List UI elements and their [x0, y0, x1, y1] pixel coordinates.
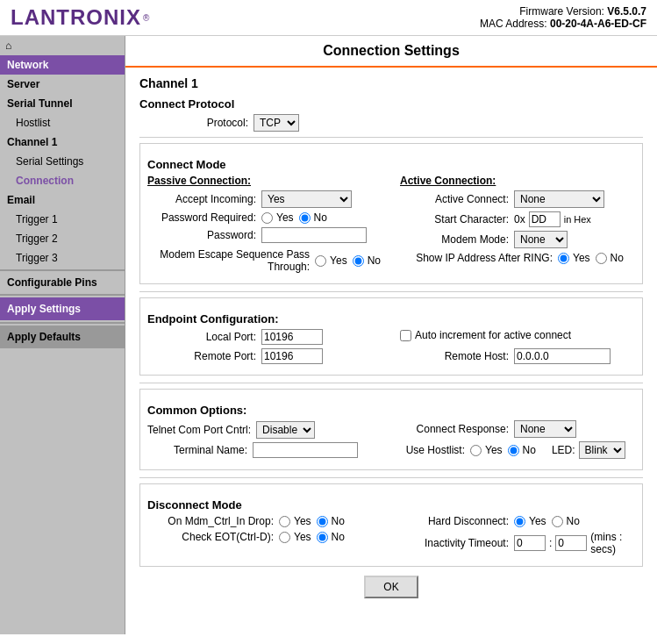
hard-disconnect-no-label: No: [567, 515, 580, 527]
inactivity-secs-input[interactable]: [555, 535, 587, 551]
use-hostlist-no-label: No: [523, 444, 536, 456]
connect-response-select[interactable]: None Full Numeric: [514, 420, 576, 438]
inactivity-unit: (mins : secs): [590, 531, 635, 555]
modem-escape-no-label: No: [368, 254, 381, 267]
sidebar-item-apply-settings[interactable]: Apply Settings: [0, 297, 125, 320]
sidebar-item-connection[interactable]: Connection: [0, 171, 125, 190]
mdm-ctrl-no-label: No: [332, 515, 345, 527]
remote-port-label: Remote Port:: [147, 350, 261, 362]
mac-value: 00-20-4A-A6-ED-CF: [550, 18, 646, 30]
sidebar-item-channel1[interactable]: Channel 1: [0, 132, 125, 152]
use-hostlist-radio: Yes No: [470, 444, 538, 456]
check-eot-label: Check EOT(Ctrl-D):: [147, 531, 279, 543]
led-label: LED:: [552, 444, 575, 456]
sidebar-home[interactable]: ⌂: [0, 36, 125, 55]
hard-disconnect-radio: Yes No: [514, 515, 582, 527]
inactivity-mins-input[interactable]: [514, 535, 546, 551]
firmware-value: V6.5.0.7: [607, 5, 646, 18]
use-hostlist-no-radio[interactable]: [508, 445, 519, 456]
disconnect-title: Disconnect Mode: [147, 498, 635, 512]
sidebar: ⌂ Network Server Serial Tunnel Hostlist …: [0, 36, 125, 634]
remote-host-input[interactable]: [514, 348, 611, 364]
active-connect-label: Active Connect:: [400, 193, 514, 205]
sidebar-item-server[interactable]: Server: [0, 75, 125, 94]
logo: LANTRONIX®: [11, 5, 149, 30]
show-ip-radio: Yes No: [558, 252, 625, 264]
check-eot-radio: Yes No: [279, 531, 346, 543]
start-char-hex-label: in Hex: [564, 214, 591, 225]
inactivity-label: Inactivity Timeout:: [400, 537, 514, 549]
channel-title: Channel 1: [139, 76, 643, 90]
sidebar-item-trigger3[interactable]: Trigger 3: [0, 248, 125, 268]
remote-host-label: Remote Host:: [400, 350, 514, 362]
start-char-input[interactable]: [529, 211, 561, 227]
modem-escape-no-radio[interactable]: [353, 255, 364, 267]
hard-disconnect-yes-radio[interactable]: [514, 516, 525, 527]
active-connect-select[interactable]: None On Power Up Any Character: [514, 190, 604, 208]
sidebar-item-configurable-pins[interactable]: Configurable Pins: [0, 273, 125, 292]
show-ip-no-radio[interactable]: [596, 253, 607, 264]
sidebar-item-network[interactable]: Network: [0, 55, 125, 75]
terminal-name-label: Terminal Name:: [147, 444, 253, 456]
password-no-label: No: [314, 211, 327, 224]
terminal-name-input[interactable]: [253, 442, 358, 458]
sidebar-item-apply-defaults[interactable]: Apply Defaults: [0, 326, 125, 348]
telnet-label: Telnet Com Port Cntrl:: [147, 424, 256, 436]
accept-incoming-select[interactable]: Yes No Any Character: [261, 190, 352, 208]
mdm-ctrl-yes-label: Yes: [294, 515, 311, 527]
password-required-radio: Yes No: [261, 211, 329, 224]
sidebar-item-hostlist[interactable]: Hostlist: [0, 113, 125, 132]
hard-disconnect-no-radio[interactable]: [552, 516, 563, 527]
show-ip-yes-radio[interactable]: [558, 253, 569, 264]
accept-incoming-label: Accept Incoming:: [147, 193, 261, 205]
page-title: Connection Settings: [125, 36, 657, 68]
protocol-select[interactable]: TCP UDP: [254, 114, 299, 132]
modem-mode-select[interactable]: None Full Partial: [514, 231, 568, 248]
auto-increment-checkbox[interactable]: [400, 330, 411, 341]
firmware-info: Firmware Version: V6.5.0.7 MAC Address: …: [480, 5, 646, 30]
show-ip-label: Show IP Address After RING:: [400, 252, 558, 264]
endpoint-title: Endpoint Configuration:: [147, 312, 635, 326]
check-eot-yes-radio[interactable]: [279, 532, 290, 543]
telnet-select[interactable]: Disable Enable: [256, 421, 315, 439]
main-content: Connection Settings Channel 1 Connect Pr…: [125, 36, 657, 634]
password-input[interactable]: [261, 227, 367, 243]
modem-escape-yes-radio[interactable]: [315, 255, 326, 267]
use-hostlist-label: Use Hostlist:: [400, 444, 470, 456]
start-char-label: Start Character:: [400, 213, 514, 225]
use-hostlist-yes-radio[interactable]: [470, 445, 482, 456]
active-title: Active Connection:: [400, 175, 635, 187]
mdm-ctrl-no-radio[interactable]: [317, 516, 328, 527]
connect-mode-title: Connect Mode: [147, 158, 635, 171]
sidebar-item-serial-tunnel[interactable]: Serial Tunnel: [0, 94, 125, 113]
hard-disconnect-label: Hard Disconnect:: [400, 515, 514, 527]
ok-button[interactable]: OK: [364, 576, 418, 598]
check-eot-yes-label: Yes: [294, 531, 311, 543]
sidebar-item-serial-settings[interactable]: Serial Settings: [0, 152, 125, 171]
sidebar-item-trigger1[interactable]: Trigger 1: [0, 210, 125, 229]
password-required-yes-radio[interactable]: [261, 212, 273, 224]
local-port-input[interactable]: [261, 329, 323, 345]
inactivity-colon: :: [546, 537, 555, 549]
connect-protocol-label: Connect Protocol: [139, 97, 643, 111]
password-required-no-radio[interactable]: [299, 212, 311, 224]
firmware-label: Firmware Version:: [519, 5, 604, 18]
mdm-ctrl-yes-radio[interactable]: [279, 516, 290, 527]
mdm-ctrl-label: On Mdm_Ctrl_In Drop:: [147, 515, 279, 527]
logo-text: LANTRONIX: [11, 5, 141, 30]
hard-disconnect-yes-label: Yes: [529, 515, 546, 527]
remote-port-input[interactable]: [261, 348, 323, 364]
auto-increment-label: Auto increment for active connect: [415, 329, 571, 341]
password-label: Password:: [147, 229, 261, 241]
modem-escape-radio: Yes No: [315, 254, 382, 267]
check-eot-no-label: No: [332, 531, 345, 543]
sidebar-item-trigger2[interactable]: Trigger 2: [0, 229, 125, 248]
protocol-label: Protocol:: [139, 117, 254, 129]
sidebar-item-email[interactable]: Email: [0, 190, 125, 210]
check-eot-no-radio[interactable]: [317, 532, 328, 543]
password-yes-label: Yes: [276, 211, 294, 224]
led-select[interactable]: Blink On Off: [579, 441, 625, 459]
modem-escape-yes-label: Yes: [330, 254, 347, 267]
password-required-label: Password Required:: [147, 211, 261, 224]
mac-label: MAC Address:: [480, 18, 547, 30]
